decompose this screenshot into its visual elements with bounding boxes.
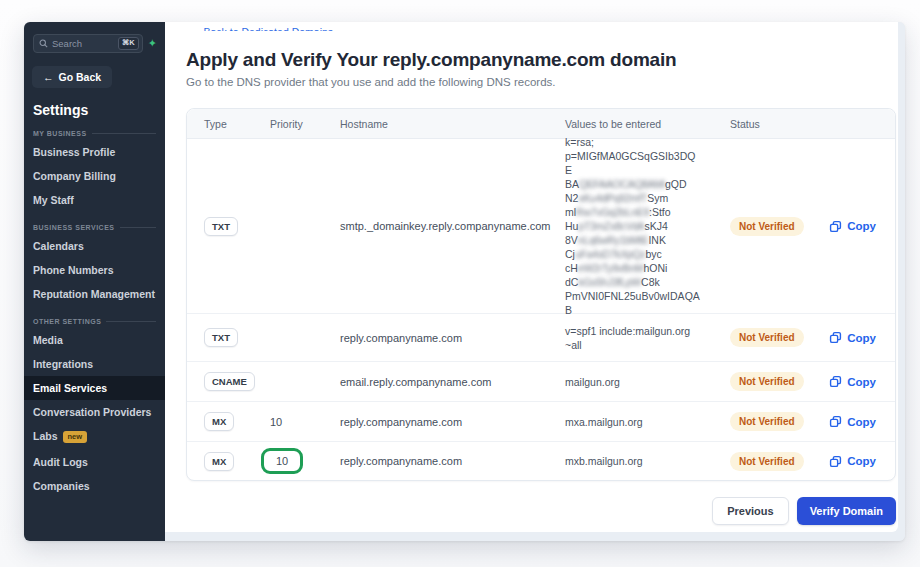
sidebar-section-label: MY BUSINESS: [33, 130, 156, 137]
copy-label: Copy: [847, 376, 876, 388]
search-input[interactable]: Search ⌘K: [33, 34, 143, 53]
cell-copy: Copy: [810, 375, 895, 388]
record-type-chip: MX: [204, 412, 234, 431]
value-line: BAQEFAAOCAQ8AMigQD: [565, 177, 700, 191]
value-line: dCkGs5hJ3fLpWC8k: [565, 275, 700, 289]
value-text: gQD: [665, 178, 687, 190]
go-back-label: Go Back: [59, 71, 102, 83]
value-text: C8k: [641, 276, 660, 288]
sidebar-item-phone-numbers[interactable]: Phone Numbers: [24, 258, 165, 282]
cell-status: Not Verified: [700, 217, 810, 236]
table-row: TXTsmtp._domainkey.reply.companyname.com…: [187, 139, 895, 314]
value-line: mailgun.org: [565, 375, 700, 389]
copy-button[interactable]: Copy: [829, 331, 876, 344]
value-line: mxa.mailgun.org: [565, 415, 700, 429]
section-divider: [106, 321, 156, 322]
new-badge: new: [63, 431, 88, 443]
cell-hostname: email.reply.companyname.com: [326, 376, 551, 388]
table-header-row: Type Priority Hostname Values to be ente…: [187, 109, 895, 139]
previous-button[interactable]: Previous: [712, 497, 788, 525]
search-shortcut-badge: ⌘K: [118, 37, 139, 49]
value-text: mxa.mailgun.org: [565, 416, 643, 428]
sidebar-item-labs[interactable]: Labsnew: [24, 424, 165, 450]
value-line: v=spf1 include:mailgun.org: [565, 324, 700, 338]
header-type: Type: [187, 118, 264, 130]
copy-button[interactable]: Copy: [829, 375, 876, 388]
redacted-text: QEFAAOCAQ8AMi: [579, 178, 665, 190]
value-line: CjuFa4sD7kXpQzbyc: [565, 247, 700, 261]
value-text: Cj: [565, 248, 575, 260]
table-row: TXTreply.companyname.comv=spf1 include:m…: [187, 314, 895, 362]
settings-sidebar: Search ⌘K ✦ ← Go Back Settings MY BUSINE…: [24, 22, 165, 541]
header-hostname: Hostname: [326, 118, 551, 130]
cell-hostname: reply.companyname.com: [326, 416, 551, 428]
value-text: Hu: [565, 220, 578, 232]
copy-icon: [829, 331, 842, 344]
value-line: N2xKu4dPq92mfTSym: [565, 191, 700, 205]
spark-icon[interactable]: ✦: [148, 38, 157, 49]
redacted-text: nLq6wRy1bMtE: [578, 234, 649, 246]
table-row: MX10reply.companyname.commxa.mailgun.org…: [187, 402, 895, 442]
header-values: Values to be entered: [551, 118, 700, 130]
table-row: MX10reply.companyname.commxb.mailgun.org…: [187, 442, 895, 480]
value-text: BA: [565, 178, 579, 190]
table-row: CNAMEemail.reply.companyname.commailgun.…: [187, 362, 895, 402]
back-link-clip: ← Back to Dedicated Domains: [186, 22, 898, 31]
sidebar-item-media[interactable]: Media: [24, 328, 165, 352]
sidebar-item-integrations[interactable]: Integrations: [24, 352, 165, 376]
status-badge: Not Verified: [730, 372, 804, 391]
value-line: HupT3mZx8cVdAsKJ4: [565, 219, 700, 233]
back-link-label: Back to Dedicated Domains: [204, 26, 334, 31]
cell-status: Not Verified: [700, 372, 810, 391]
value-text: ~all: [565, 339, 582, 351]
status-badge: Not Verified: [730, 217, 804, 236]
redacted-text: Rw7vGq2bLnE9: [576, 206, 649, 218]
sidebar-item-business-profile[interactable]: Business Profile: [24, 140, 165, 164]
sidebar-item-my-staff[interactable]: My Staff: [24, 188, 165, 212]
cell-value: mailgun.org: [551, 375, 700, 389]
sidebar-item-company-billing[interactable]: Company Billing: [24, 164, 165, 188]
value-text: v=spf1 include:mailgun.org: [565, 325, 690, 337]
page-title: Apply and Verify Your reply.companyname.…: [186, 49, 898, 71]
value-line: k=rsa;: [565, 135, 700, 149]
go-back-button[interactable]: ← Go Back: [32, 66, 112, 88]
value-line: ~all: [565, 338, 700, 352]
cell-status: Not Verified: [700, 452, 810, 471]
verify-domain-button[interactable]: Verify Domain: [797, 497, 896, 525]
value-text: Sym: [647, 192, 668, 204]
value-text: cH: [565, 262, 578, 274]
back-to-dedicated-domains-link[interactable]: ← Back to Dedicated Domains: [186, 26, 333, 31]
sidebar-section-text: BUSINESS SERVICES: [33, 224, 115, 231]
section-divider: [120, 227, 156, 228]
cell-hostname: smtp._domainkey.reply.companyname.com: [326, 220, 551, 232]
cell-copy: Copy: [810, 220, 895, 233]
back-arrow-icon: ←: [186, 26, 197, 31]
copy-button[interactable]: Copy: [829, 415, 876, 428]
value-text: B: [565, 304, 572, 316]
sidebar-title: Settings: [33, 102, 165, 118]
sidebar-item-reputation-management[interactable]: Reputation Management: [24, 282, 165, 306]
redacted-text: kGs5hJ3fLpW: [578, 276, 641, 288]
sidebar-item-email-services[interactable]: Email Services: [24, 376, 165, 400]
value-text: mailgun.org: [565, 376, 620, 388]
record-type-chip: TXT: [204, 217, 238, 236]
copy-icon: [829, 220, 842, 233]
cell-status: Not Verified: [700, 328, 810, 347]
sidebar-item-audit-logs[interactable]: Audit Logs: [24, 450, 165, 474]
header-priority: Priority: [264, 118, 326, 130]
status-badge: Not Verified: [730, 328, 804, 347]
sidebar-item-companies[interactable]: Companies: [24, 474, 165, 498]
priority-value: 10: [276, 455, 288, 467]
value-line: 8VnLq6wRy1bMtEINK: [565, 233, 700, 247]
cell-hostname: reply.companyname.com: [326, 332, 551, 344]
sidebar-item-conversation-providers[interactable]: Conversation Providers: [24, 400, 165, 424]
copy-button[interactable]: Copy: [829, 220, 876, 233]
section-divider: [92, 133, 156, 134]
copy-icon: [829, 455, 842, 468]
copy-label: Copy: [847, 416, 876, 428]
value-text: sKJ4: [645, 220, 668, 232]
back-arrow-icon: ←: [43, 71, 54, 83]
copy-button[interactable]: Copy: [829, 455, 876, 468]
sidebar-item-calendars[interactable]: Calendars: [24, 234, 165, 258]
value-text: PmVNI0FNL25uBv0wIDAQA: [565, 290, 700, 302]
